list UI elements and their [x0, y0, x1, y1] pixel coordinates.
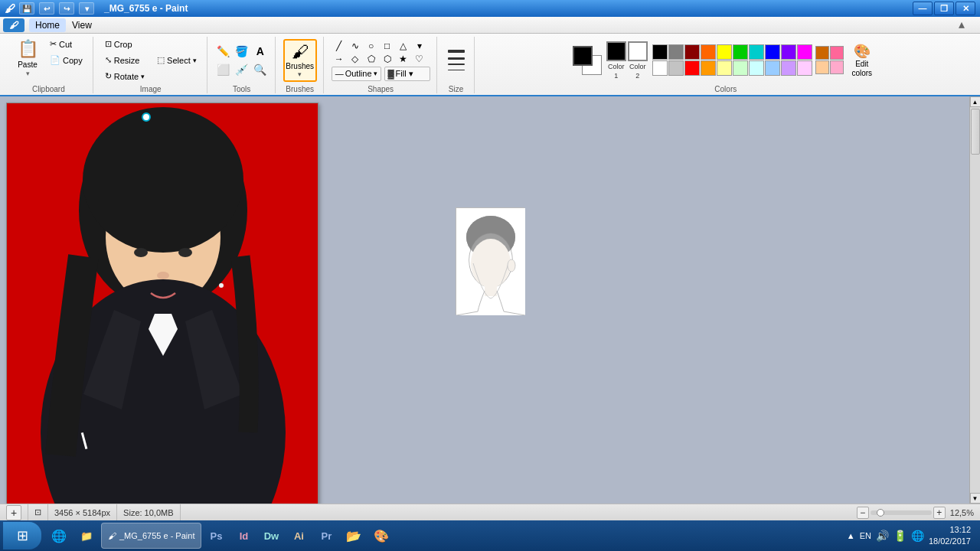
- shape-pentagon[interactable]: ⬠: [364, 53, 379, 65]
- extra-3[interactable]: [815, 60, 829, 74]
- palette-lightgreen[interactable]: [733, 60, 748, 76]
- palette-blue[interactable]: [765, 44, 780, 60]
- taskbar-ai[interactable]: Ai: [286, 523, 312, 549]
- magnify-btn[interactable]: 🔍: [252, 61, 269, 78]
- color-1-swatch[interactable]: [573, 46, 593, 66]
- taskbar-chrome[interactable]: 🌐: [46, 523, 72, 549]
- shape-rect[interactable]: □: [380, 40, 395, 52]
- tray-lang[interactable]: EN: [860, 531, 871, 540]
- system-clock[interactable]: 13:12 18/02/2017: [929, 524, 971, 548]
- shape-expand[interactable]: ▾: [412, 40, 427, 52]
- palette-magenta[interactable]: [797, 44, 812, 60]
- scroll-thumb[interactable]: [971, 109, 980, 155]
- taskbar-app2[interactable]: 🎨: [368, 523, 394, 549]
- shape-curve[interactable]: ∿: [348, 40, 363, 52]
- palette-green[interactable]: [733, 44, 748, 60]
- zoom-in-btn[interactable]: +: [933, 507, 946, 519]
- size-line-1: [448, 50, 465, 53]
- shape-oval[interactable]: ○: [364, 40, 379, 52]
- extra-1[interactable]: [815, 46, 829, 60]
- ribbon-expand-btn[interactable]: ▴: [959, 17, 965, 31]
- rotate-btn[interactable]: ↻ Rotate ▾: [101, 69, 149, 83]
- paint-taskbar-icon: 🖌: [108, 531, 116, 540]
- pencil-btn[interactable]: ✏️: [215, 43, 232, 60]
- taskbar-explorer[interactable]: 📁: [74, 523, 100, 549]
- add-btn[interactable]: +: [6, 505, 21, 520]
- palette-lightorange[interactable]: [701, 60, 716, 76]
- shape-hexagon[interactable]: ⬡: [380, 53, 395, 65]
- selection-handle[interactable]: [142, 112, 151, 122]
- taskbar-ps[interactable]: Ps: [203, 523, 229, 549]
- palette-black[interactable]: [652, 44, 668, 60]
- image-label: Image: [140, 85, 162, 93]
- zoom-out-btn[interactable]: −: [857, 507, 869, 519]
- edit-colors-btn[interactable]: 🎨 Editcolors: [845, 44, 879, 77]
- shape-heart[interactable]: ♡: [412, 53, 427, 65]
- size-selector[interactable]: [445, 45, 468, 76]
- taskbar-paint-active[interactable]: 🖌 _MG_6755 e - Paint: [101, 523, 201, 549]
- shape-star5[interactable]: ★: [396, 53, 411, 65]
- qa-dropdown-btn[interactable]: ▾: [79, 2, 94, 15]
- outline-dropdown[interactable]: — Outline ▾: [332, 67, 381, 81]
- select-btn[interactable]: ⬚ Select ▾: [153, 53, 201, 67]
- shape-line[interactable]: ╱: [332, 40, 347, 52]
- palette-white[interactable]: [652, 60, 668, 76]
- palette-lightcyan[interactable]: [749, 60, 764, 76]
- palette-yellow[interactable]: [717, 44, 732, 60]
- crop-btn[interactable]: ⊡ Crop: [101, 37, 149, 51]
- shape-arrow[interactable]: →: [332, 53, 347, 65]
- palette-lightyellow[interactable]: [717, 60, 732, 76]
- scroll-up-btn[interactable]: ▲: [970, 96, 981, 107]
- qa-redo-btn[interactable]: ↪: [59, 2, 74, 15]
- canvas-scroll[interactable]: [0, 96, 969, 504]
- palette-cyan[interactable]: [749, 44, 764, 60]
- shape-diamond[interactable]: ◇: [348, 53, 363, 65]
- add-section: +: [0, 504, 28, 520]
- color2-main[interactable]: [628, 41, 648, 61]
- extra-2[interactable]: [830, 46, 844, 60]
- close-btn[interactable]: ✕: [956, 2, 975, 15]
- restore-btn[interactable]: ❐: [934, 2, 954, 15]
- minimize-btn[interactable]: —: [913, 2, 933, 15]
- palette-lightgray[interactable]: [668, 60, 684, 76]
- brushes-group: 🖌 Brushes ▾ Brushes: [277, 37, 324, 93]
- palette-lightblue[interactable]: [765, 60, 780, 76]
- zoom-slider[interactable]: [871, 510, 932, 515]
- palette-darkgray[interactable]: [668, 44, 684, 60]
- scroll-down-btn[interactable]: ▼: [970, 493, 981, 504]
- tab-home[interactable]: Home: [29, 18, 66, 32]
- palette-purple[interactable]: [781, 44, 796, 60]
- tray-expand-btn[interactable]: ▲: [847, 531, 855, 540]
- copy-btn[interactable]: 📄 Copy: [46, 53, 87, 67]
- color1-main[interactable]: [606, 41, 626, 61]
- palette-darkred[interactable]: [684, 44, 700, 60]
- taskbar-files[interactable]: 📂: [341, 523, 367, 549]
- shape-triangle[interactable]: △: [396, 40, 411, 52]
- taskbar-dw[interactable]: Dw: [258, 523, 284, 549]
- resize-btn[interactable]: ⤡ Resize: [101, 53, 149, 67]
- text-btn[interactable]: A: [252, 43, 269, 60]
- qa-undo-btn[interactable]: ↩: [39, 2, 54, 15]
- tray-network[interactable]: 🌐: [911, 530, 924, 542]
- palette-lightpurple[interactable]: [781, 60, 796, 76]
- taskbar-id[interactable]: Id: [230, 523, 256, 549]
- start-btn[interactable]: ⊞: [3, 522, 41, 549]
- brushes-btn[interactable]: 🖌 Brushes ▾: [283, 39, 317, 82]
- cut-btn[interactable]: ✂ Cut: [46, 37, 87, 51]
- picker-btn[interactable]: 💉: [234, 61, 250, 78]
- palette-orange[interactable]: [701, 44, 716, 60]
- palette-lightmagenta[interactable]: [797, 60, 812, 76]
- tray-volume[interactable]: 🔊: [876, 530, 889, 542]
- taskbar-pr[interactable]: Pr: [313, 523, 339, 549]
- palette-red[interactable]: [684, 60, 700, 76]
- fill-btn[interactable]: 🪣: [234, 43, 250, 60]
- extra-4[interactable]: [830, 60, 844, 74]
- shapes-wrapper: ╱ ∿ ○ □ △ ▾ → ◇ ⬠ ⬡ ★ ♡: [332, 40, 430, 81]
- paste-btn[interactable]: 📋 Paste ▾: [11, 37, 44, 80]
- qa-save-btn[interactable]: 💾: [19, 2, 34, 15]
- tray-battery[interactable]: 🔋: [893, 530, 906, 542]
- tab-view[interactable]: View: [66, 18, 98, 32]
- paint-menu-btn[interactable]: 🖌: [3, 18, 24, 32]
- eraser-btn[interactable]: ⬜: [215, 61, 232, 78]
- fill-dropdown[interactable]: ▓ Fill ▾: [384, 67, 430, 81]
